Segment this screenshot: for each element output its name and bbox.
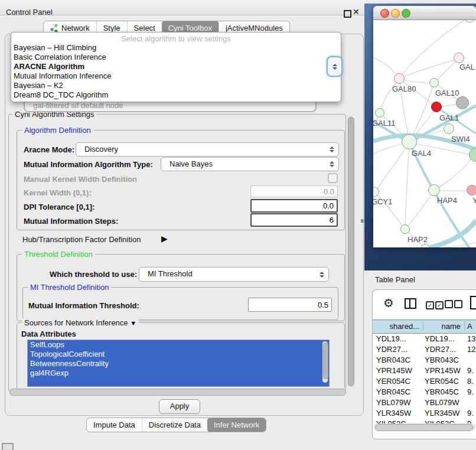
table-row[interactable]: YIL052CYIL052C9 — [373, 419, 476, 423]
docked-panel-icon[interactable] — [2, 443, 14, 450]
which-threshold-combo[interactable]: MI Threshold — [139, 267, 329, 282]
node-gray[interactable] — [456, 96, 469, 109]
mi-threshold-label: Mutual Information Threshold: — [28, 301, 139, 310]
table-panel-title: Table Panel — [375, 275, 415, 284]
cyni-bottom-tabs: Impute Data Discretize Data Infer Networ… — [86, 418, 266, 432]
settings-vertical-scrollbar[interactable] — [347, 116, 354, 387]
dropdown-item[interactable]: Bayesian – K2 — [14, 81, 63, 90]
collapse-arrow-icon: ▼ — [130, 319, 136, 327]
dpi-tolerance-field[interactable] — [250, 199, 338, 213]
focused-combo-endcap[interactable] — [327, 56, 343, 77]
node-gal80[interactable] — [394, 73, 405, 84]
panel-resize-gripper[interactable] — [361, 219, 364, 223]
node-hap4[interactable] — [428, 184, 440, 196]
node-hap2[interactable] — [400, 224, 410, 234]
node-pink-right[interactable] — [467, 185, 476, 195]
node-gal4[interactable] — [402, 134, 417, 149]
node-label: GAL80 — [392, 84, 416, 93]
threshold-definition-title: Threshold Definition — [22, 250, 95, 259]
network-window-titlebar[interactable] — [373, 6, 476, 20]
manual-kernel-width-label: Manual Kernel Width Definition — [24, 175, 137, 184]
aracne-mode-label: Aracne Mode: — [24, 145, 74, 154]
zoom-traffic-light[interactable] — [402, 9, 410, 18]
dropdown-placeholder: Select algorithm to view settings — [11, 34, 341, 43]
node-label: Y — [472, 196, 476, 205]
which-threshold-label: Which threshold to use: — [50, 270, 137, 279]
dropdown-item[interactable]: Dream8 DC_TDC Algorithm — [14, 90, 108, 100]
control-panel-title: Control Panel — [6, 8, 53, 17]
close-traffic-light[interactable] — [380, 9, 389, 18]
dropdown-item[interactable]: Basic Correlation Inference — [14, 53, 106, 62]
dropdown-item[interactable]: Bayesian – Hill Climbing — [14, 43, 96, 53]
algorithm-definition-title: Algorithm Definition — [22, 126, 93, 135]
gear-icon[interactable]: ⚙ — [383, 296, 394, 310]
control-panel-titlebar: Control Panel ✕ — [0, 0, 366, 15]
combo-stepper-icon — [330, 146, 334, 152]
manual-kernel-width-checkbox[interactable] — [328, 173, 338, 183]
node-gal10[interactable] — [429, 78, 439, 87]
data-attributes-list[interactable]: SelfLoops TopologicalCoefficient Between… — [27, 340, 330, 387]
node-gal1[interactable] — [431, 102, 442, 112]
document-icon[interactable] — [470, 296, 476, 309]
table-row[interactable]: YER054CYER054C8. — [373, 376, 476, 387]
close-icon[interactable]: ✕ — [353, 7, 360, 17]
data-attributes-label: Data Attributes — [21, 330, 76, 338]
tab-impute-data[interactable]: Impute Data — [87, 418, 142, 432]
mi-algorithm-type-combo[interactable]: Naive Bayes — [161, 157, 339, 171]
node-swi4[interactable] — [444, 123, 454, 134]
table-row[interactable]: YBL079WYBL079W — [373, 397, 476, 408]
hub-section-label[interactable]: Hub/Transcription Factor Definition — [22, 235, 141, 244]
attribute-item[interactable]: TopologicalCoefficient — [28, 350, 329, 359]
table-row[interactable]: YDL19...YDL19...13 — [373, 334, 476, 344]
tab-infer-network[interactable]: Infer Network — [207, 418, 266, 432]
node-gal11[interactable] — [375, 108, 384, 118]
table-row[interactable]: YLR345WYLR345W9. — [373, 408, 476, 419]
column-header-name[interactable]: name — [423, 322, 465, 331]
mi-steps-field[interactable] — [250, 213, 338, 227]
settings-horizontal-scrollbar[interactable] — [9, 389, 346, 396]
table-horizontal-scrollbar[interactable] — [374, 423, 475, 431]
node-pink-top[interactable] — [454, 53, 464, 63]
column-header-shared-name[interactable]: shared... — [373, 322, 423, 331]
table-row[interactable]: YDR27...YDR27...12 — [373, 344, 476, 355]
mi-algorithm-type-label: Mutual Information Algorithm Type: — [24, 160, 153, 169]
select-all-columns-icon[interactable]: ✓✓ — [426, 300, 445, 309]
attribute-item[interactable]: gal4RGexp — [28, 369, 329, 378]
table-row[interactable]: YBR045CYBR045C9. — [373, 387, 476, 397]
node-label: GAL10 — [435, 89, 459, 97]
network-canvas[interactable]: GAL GAL80 GAL10 GAL1 GAL11 SWI4 GAL4 GCY… — [373, 20, 476, 247]
kernel-width-field[interactable] — [250, 185, 338, 197]
minimize-traffic-light[interactable] — [391, 9, 400, 18]
column-header-partial[interactable]: A — [465, 322, 476, 331]
attribute-list-scrollbar[interactable] — [322, 341, 328, 383]
table-body: YDL19...YDL19...13 YDR27...YDR27...12 YB… — [373, 334, 476, 423]
kernel-width-label: Kernel Width (0,1): — [24, 188, 92, 197]
node-label: GCY1 — [373, 197, 392, 206]
mi-threshold-field[interactable] — [248, 298, 332, 312]
apply-button[interactable]: Apply — [159, 399, 200, 414]
table-panel-box: ⚙ ✓✓ shared... name A YDL19...YDL19...13… — [372, 289, 476, 439]
deselect-all-columns-icon[interactable] — [445, 300, 464, 310]
attribute-item[interactable]: BetweennessCentrality — [28, 359, 329, 369]
node-label: GAL1 — [439, 113, 459, 122]
aracne-mode-combo[interactable]: Discovery — [76, 142, 339, 156]
sources-title[interactable]: Sources for Network Inference ▼ — [22, 318, 139, 327]
node-label: GAL11 — [373, 119, 396, 128]
mi-steps-label: Mutual Information Steps: — [24, 217, 118, 226]
node-label: GAL4 — [412, 149, 431, 158]
combo-stepper-icon — [330, 161, 334, 167]
network-view-window[interactable]: GAL GAL80 GAL10 GAL1 GAL11 SWI4 GAL4 GCY… — [373, 6, 476, 247]
node-label: GAL — [459, 63, 475, 71]
table-row[interactable]: YPR145WYPR145W9. — [373, 366, 476, 376]
network-icon — [50, 24, 58, 32]
node-label: HAP2 — [407, 235, 428, 244]
split-columns-icon[interactable] — [405, 298, 416, 309]
table-row[interactable]: YBR043CYBR043C — [373, 355, 476, 366]
combo-stepper-icon — [319, 272, 324, 278]
tab-discretize-data[interactable]: Discretize Data — [142, 418, 207, 432]
attribute-item[interactable]: SelfLoops — [28, 340, 329, 350]
dropdown-item-selected[interactable]: ARACNE Algorithm — [14, 62, 84, 71]
dropdown-item[interactable]: Mutual Information Inference — [14, 71, 111, 81]
expand-arrow-icon[interactable]: ▶ — [161, 234, 168, 243]
float-window-icon[interactable] — [344, 10, 351, 18]
